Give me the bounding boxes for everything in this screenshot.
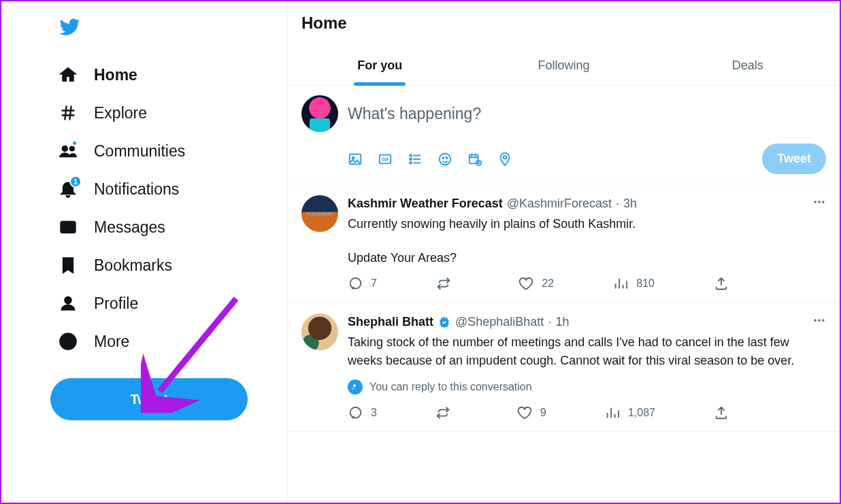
svg-point-24: [814, 319, 817, 321]
people-icon: [59, 141, 78, 161]
svg-point-21: [814, 201, 817, 203]
tweet-avatar[interactable]: KASHMIR: [301, 195, 338, 232]
like-button[interactable]: 9: [517, 405, 546, 420]
svg-point-20: [504, 155, 507, 158]
people-follow-icon: [348, 380, 363, 394]
compose-tweet-button[interactable]: Tweet: [762, 144, 826, 174]
tweet-more-button[interactable]: [812, 314, 826, 331]
tweet-timestamp[interactable]: 1h: [555, 315, 569, 329]
sidebar-item-explore[interactable]: Explore: [50, 94, 287, 132]
more-circle-icon: [59, 332, 78, 351]
svg-point-25: [818, 319, 820, 321]
tab-for-you[interactable]: For you: [288, 46, 472, 85]
reply-restriction-banner: You can reply to this conversation: [348, 380, 826, 394]
svg-point-23: [822, 201, 824, 203]
svg-point-13: [410, 158, 412, 160]
primary-nav: Home Explore Communities 1 Notifications…: [50, 56, 287, 360]
svg-text:GIF: GIF: [382, 156, 389, 161]
reply-button[interactable]: 3: [348, 405, 377, 420]
sidebar-item-label: Communities: [94, 142, 185, 161]
share-button[interactable]: [714, 276, 729, 291]
envelope-icon: [59, 218, 78, 237]
sidebar-item-notifications[interactable]: 1 Notifications: [50, 170, 287, 208]
reply-button[interactable]: 7: [348, 276, 377, 291]
svg-point-27: [353, 384, 356, 387]
tweet-text: Update Your Areas?: [348, 251, 826, 265]
bookmark-icon: [59, 256, 78, 275]
user-avatar[interactable]: [301, 95, 338, 132]
svg-point-15: [440, 153, 451, 165]
svg-point-9: [352, 156, 354, 158]
home-icon: [59, 65, 78, 84]
svg-point-7: [71, 341, 73, 343]
views-button[interactable]: 1,087: [605, 405, 655, 420]
share-button[interactable]: [714, 405, 729, 420]
sidebar-item-label: Profile: [94, 295, 138, 313]
bell-icon: 1: [59, 180, 78, 199]
twitter-logo-icon[interactable]: [50, 8, 88, 46]
svg-point-5: [63, 341, 65, 343]
tweet: Shephali Bhatt @ShephaliBhatt · 1h Takin…: [288, 303, 840, 432]
sidebar-item-more[interactable]: More: [50, 322, 287, 360]
sidebar-item-profile[interactable]: Profile: [50, 284, 287, 322]
svg-point-3: [65, 297, 71, 303]
notification-badge: 1: [69, 175, 82, 188]
hashtag-icon: [59, 103, 78, 122]
tweet-text: Currently snowing heavily in plains of S…: [348, 215, 826, 233]
location-icon[interactable]: [497, 152, 512, 167]
svg-point-26: [822, 319, 824, 321]
retweet-button[interactable]: [435, 405, 459, 420]
sidebar-item-label: Bookmarks: [94, 256, 172, 275]
svg-point-16: [442, 157, 444, 158]
svg-point-14: [410, 162, 412, 164]
emoji-icon[interactable]: [438, 152, 452, 167]
sidebar-item-communities[interactable]: Communities: [50, 132, 287, 170]
tweet-composer: What's happening? GIF Tweet: [288, 86, 840, 184]
main-column: Home For you Following Deals What's happ…: [287, 1, 840, 503]
svg-point-22: [818, 201, 820, 203]
gif-icon[interactable]: GIF: [378, 152, 393, 167]
tweet-author-handle[interactable]: @ShephaliBhatt: [455, 315, 544, 329]
svg-point-12: [410, 154, 412, 156]
svg-point-0: [63, 146, 67, 151]
tweet-author-name[interactable]: Kashmir Weather Forecast: [348, 197, 503, 211]
sidebar-item-label: Messages: [94, 218, 165, 237]
verified-badge-icon: [438, 316, 451, 329]
poll-icon[interactable]: [408, 152, 423, 167]
svg-point-6: [67, 341, 69, 343]
tweet-text: Taking stock of the number of meetings a…: [348, 333, 826, 370]
retweet-button[interactable]: [436, 276, 459, 291]
sidebar-item-messages[interactable]: Messages: [50, 208, 287, 246]
sidebar-item-label: More: [94, 333, 129, 351]
sidebar-item-bookmarks[interactable]: Bookmarks: [50, 246, 287, 284]
tweet-author-handle[interactable]: @KashmirForecast: [507, 197, 612, 211]
compose-input[interactable]: What's happening?: [348, 95, 826, 144]
person-icon: [59, 294, 78, 313]
tab-following[interactable]: Following: [472, 46, 655, 85]
tweet: KASHMIR Kashmir Weather Forecast @Kashmi…: [288, 184, 840, 303]
tweet-more-button[interactable]: [812, 195, 826, 212]
page-title: Home: [288, 1, 840, 46]
schedule-icon[interactable]: [467, 152, 482, 167]
sidebar-item-label: Home: [94, 66, 137, 84]
like-button[interactable]: 22: [518, 276, 554, 291]
sidebar-item-label: Explore: [94, 104, 147, 122]
image-icon[interactable]: [348, 152, 363, 167]
svg-point-1: [70, 147, 74, 151]
sidebar-item-home[interactable]: Home: [50, 56, 287, 94]
timeline-tabs: For you Following Deals: [288, 46, 840, 86]
tweet-timestamp[interactable]: 3h: [623, 197, 637, 211]
tweet-author-name[interactable]: Shephali Bhatt: [348, 315, 433, 329]
tweet-avatar[interactable]: [301, 314, 338, 350]
tweet-button[interactable]: Tweet: [50, 378, 248, 420]
views-button[interactable]: 810: [613, 276, 655, 291]
sidebar: Home Explore Communities 1 Notifications…: [1, 1, 287, 503]
svg-point-17: [446, 157, 448, 158]
tab-deals[interactable]: Deals: [656, 46, 840, 85]
sidebar-item-label: Notifications: [94, 180, 179, 199]
